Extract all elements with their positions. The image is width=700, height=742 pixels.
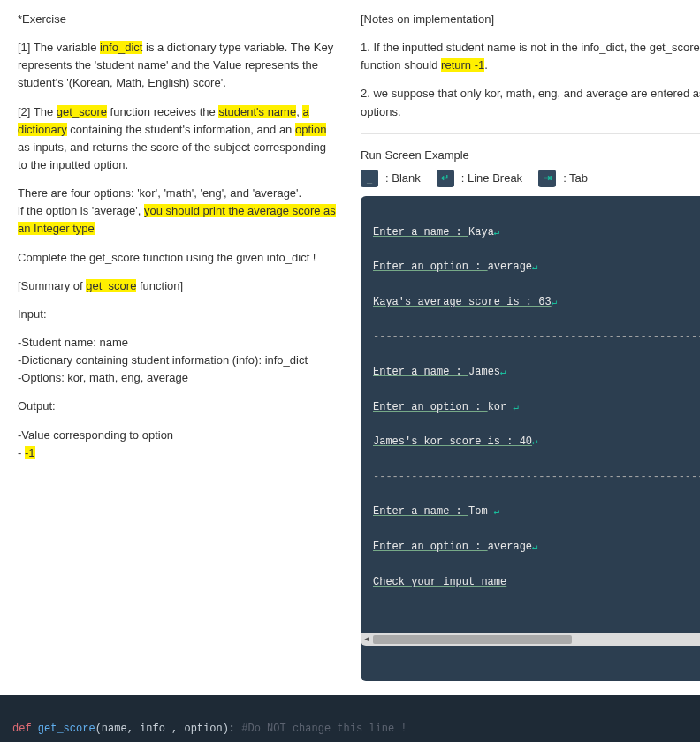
terminal-output: Enter a name : Kaya↵ Enter an option : a…: [361, 196, 700, 681]
code-editor[interactable]: def get_score(name, info , option): #Do …: [0, 695, 700, 742]
paragraph-average: if the option is 'average', you should p…: [18, 202, 336, 238]
highlight-info-dict: info_dict: [100, 41, 142, 54]
output-list: -Value corresponding to option- -1: [18, 427, 336, 462]
right-column: [Notes on implementation] 1. If the inpu…: [361, 11, 700, 681]
blank-label: : Blank: [385, 171, 421, 185]
paragraph-2: [2] The get_score function receives the …: [18, 103, 336, 175]
exercise-heading: *Exercise: [18, 11, 336, 28]
highlight-neg-one: -1: [25, 446, 35, 459]
highlight-option: option: [295, 123, 326, 136]
output-label: Output:: [18, 398, 336, 415]
notes-title: [Notes on implementation]: [361, 11, 700, 28]
note-1: 1. If the inputted student name is not i…: [361, 39, 700, 74]
note-2: 2. we suppose that only kor, math, eng, …: [361, 85, 700, 120]
linebreak-label: : Line Break: [461, 171, 522, 185]
exercise-content: *Exercise [1] The variable info_dict is …: [0, 0, 700, 685]
paragraph-options: There are four options: 'kor', 'math', '…: [18, 185, 336, 202]
highlight-get-score-2: get_score: [86, 279, 136, 292]
tab-label: : Tab: [563, 171, 588, 185]
horizontal-scrollbar[interactable]: ◀ ▶: [361, 633, 700, 646]
divider: [361, 133, 700, 134]
highlight-student-name: student's name: [218, 105, 296, 118]
highlight-get-score: get_score: [57, 105, 107, 118]
paragraph-complete: Complete the get_score function using th…: [18, 249, 336, 267]
legend-row: _ : Blank ↵ : Line Break ⇥ : Tab: [361, 170, 700, 187]
left-column: *Exercise [1] The variable info_dict is …: [18, 11, 336, 681]
run-screen-title: Run Screen Example: [361, 147, 700, 164]
summary-heading: [Summary of get_score function]: [18, 277, 336, 295]
paragraph-1: [1] The variable info_dict is a dictiona…: [18, 39, 336, 92]
linebreak-icon: ↵: [437, 170, 454, 187]
input-list: -Student name: name-Dictionary containin…: [18, 334, 336, 387]
scroll-left-icon[interactable]: ◀: [361, 633, 373, 647]
tab-icon: ⇥: [538, 170, 556, 187]
scrollbar-thumb[interactable]: [373, 635, 572, 644]
input-label: Input:: [18, 306, 336, 323]
highlight-return-neg1: return -1: [441, 58, 484, 72]
blank-icon: _: [361, 170, 378, 187]
